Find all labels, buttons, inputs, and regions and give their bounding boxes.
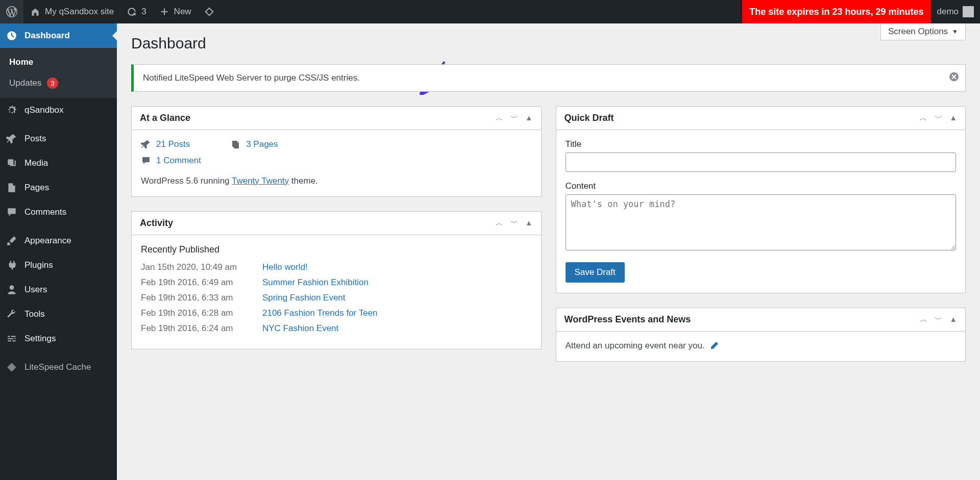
success-notice: Notified LiteSpeed Web Server to purge C… bbox=[131, 64, 966, 92]
diamond-icon bbox=[204, 6, 215, 17]
menu-media[interactable]: Media bbox=[0, 151, 117, 175]
dismiss-notice-button[interactable] bbox=[949, 72, 959, 85]
user-menu[interactable]: demo bbox=[930, 0, 980, 23]
media-icon bbox=[6, 158, 17, 169]
move-up-icon[interactable]: ︿ bbox=[496, 218, 503, 228]
pin-icon bbox=[6, 133, 17, 144]
draft-content-textarea[interactable] bbox=[566, 194, 957, 250]
wrench-icon bbox=[6, 309, 17, 320]
widget-title: At a Glance bbox=[140, 113, 190, 123]
move-down-icon[interactable]: ﹀ bbox=[935, 113, 942, 123]
page-icon bbox=[6, 182, 17, 193]
activity-row: Jan 15th 2020, 10:49 am Hello world! bbox=[141, 262, 532, 272]
submenu-updates[interactable]: Updates 3 bbox=[0, 72, 117, 94]
menu-qsandbox[interactable]: qSandbox bbox=[0, 98, 117, 122]
sliders-icon bbox=[6, 333, 17, 344]
pin-icon bbox=[141, 139, 151, 149]
post-link[interactable]: Hello world! bbox=[262, 262, 308, 272]
post-link[interactable]: Spring Fashion Event bbox=[262, 293, 346, 303]
theme-link[interactable]: Twenty Twenty bbox=[232, 176, 289, 186]
comment-icon bbox=[6, 207, 17, 218]
site-link[interactable]: My qSandbox site bbox=[23, 0, 120, 23]
events-attend-line: Attend an upcoming event near you. bbox=[566, 341, 957, 351]
plug-icon bbox=[6, 260, 17, 271]
post-link[interactable]: Summer Fashion Exhibition bbox=[262, 277, 369, 288]
post-link[interactable]: NYC Fashion Event bbox=[262, 323, 338, 334]
site-name: My qSandbox site bbox=[45, 7, 114, 17]
move-up-icon[interactable]: ︿ bbox=[496, 113, 503, 123]
litespeed-menu[interactable] bbox=[198, 0, 221, 23]
menu-appearance[interactable]: Appearance bbox=[0, 229, 117, 253]
move-down-icon[interactable]: ﹀ bbox=[510, 113, 518, 123]
move-up-icon[interactable]: ︿ bbox=[920, 315, 927, 324]
new-label: New bbox=[174, 7, 191, 17]
activity-row: Feb 19th 2016, 6:33 am Spring Fashion Ev… bbox=[141, 293, 532, 303]
menu-posts[interactable]: Posts bbox=[0, 127, 117, 151]
user-name: demo bbox=[937, 7, 959, 17]
widget-activity: Activity ︿ ﹀ ▲ Recently Published Jan 15… bbox=[131, 211, 542, 349]
move-down-icon[interactable]: ﹀ bbox=[510, 218, 518, 228]
pages-icon bbox=[231, 139, 241, 149]
toggle-widget-icon[interactable]: ▲ bbox=[949, 315, 957, 324]
gear-icon bbox=[6, 105, 17, 116]
home-icon bbox=[30, 6, 41, 17]
close-icon bbox=[949, 72, 959, 82]
widget-at-a-glance: At a Glance ︿ ﹀ ▲ 21 Posts bbox=[131, 106, 542, 197]
user-icon bbox=[6, 284, 17, 295]
diamond-icon bbox=[6, 362, 17, 373]
submenu-home[interactable]: Home bbox=[0, 52, 117, 72]
page-title: Dashboard bbox=[131, 23, 966, 60]
toggle-widget-icon[interactable]: ▲ bbox=[949, 113, 957, 123]
pencil-icon[interactable] bbox=[709, 341, 719, 351]
plus-icon bbox=[159, 6, 170, 17]
posts-count-link[interactable]: 21 Posts bbox=[156, 139, 190, 149]
menu-users[interactable]: Users bbox=[0, 277, 117, 302]
widget-title: Activity bbox=[140, 218, 173, 229]
main-content: Screen Options ▼ Dashboard Notified Lite… bbox=[117, 23, 980, 382]
menu-comments[interactable]: Comments bbox=[0, 200, 117, 224]
updates-badge: 3 bbox=[47, 78, 58, 89]
notice-text: Notified LiteSpeed Web Server to purge C… bbox=[143, 73, 360, 83]
draft-title-input[interactable] bbox=[566, 153, 957, 172]
post-link[interactable]: 2106 Fashion Trends for Teen bbox=[262, 308, 378, 318]
widget-title: Quick Draft bbox=[565, 113, 614, 123]
widget-title: WordPress Events and News bbox=[565, 314, 691, 325]
toggle-widget-icon[interactable]: ▲ bbox=[525, 218, 533, 228]
activity-row: Feb 19th 2016, 6:28 am 2106 Fashion Tren… bbox=[141, 308, 532, 318]
menu-pages[interactable]: Pages bbox=[0, 175, 117, 200]
new-content-link[interactable]: New bbox=[153, 0, 198, 23]
wordpress-icon bbox=[6, 6, 17, 17]
menu-tools[interactable]: Tools bbox=[0, 302, 117, 326]
menu-litespeed[interactable]: LiteSpeed Cache bbox=[0, 355, 117, 380]
updates-count: 3 bbox=[141, 7, 146, 17]
refresh-icon bbox=[126, 6, 137, 17]
admin-bar: My qSandbox site 3 New The site expires … bbox=[0, 0, 980, 23]
move-up-icon[interactable]: ︿ bbox=[920, 113, 927, 123]
menu-plugins[interactable]: Plugins bbox=[0, 253, 117, 277]
screen-options-toggle[interactable]: Screen Options ▼ bbox=[880, 23, 966, 40]
toggle-widget-icon[interactable]: ▲ bbox=[525, 113, 533, 123]
brush-icon bbox=[6, 235, 17, 246]
pages-count-link[interactable]: 3 Pages bbox=[246, 139, 278, 149]
activity-row: Feb 19th 2016, 6:49 am Summer Fashion Ex… bbox=[141, 277, 532, 288]
dashboard-icon bbox=[6, 30, 17, 41]
activity-row: Feb 19th 2016, 6:24 am NYC Fashion Event bbox=[141, 323, 532, 334]
chevron-down-icon: ▼ bbox=[952, 28, 958, 35]
menu-settings[interactable]: Settings bbox=[0, 326, 117, 351]
recently-published-heading: Recently Published bbox=[141, 244, 532, 255]
widget-quick-draft: Quick Draft ︿ ﹀ ▲ Title Content bbox=[556, 106, 966, 293]
content-label: Content bbox=[566, 181, 957, 191]
wp-logo[interactable] bbox=[0, 0, 23, 23]
wp-version-line: WordPress 5.6 running Twenty Twenty them… bbox=[141, 176, 532, 186]
updates-link[interactable]: 3 bbox=[120, 0, 152, 23]
dashboard-submenu: Home Updates 3 bbox=[0, 48, 117, 98]
admin-sidebar: Dashboard Home Updates 3 qSandbox Posts … bbox=[0, 23, 117, 382]
save-draft-button[interactable]: Save Draft bbox=[566, 262, 625, 283]
widget-events-news: WordPress Events and News ︿ ﹀ ▲ Attend a… bbox=[556, 308, 966, 362]
comment-icon bbox=[141, 156, 151, 166]
menu-dashboard[interactable]: Dashboard bbox=[0, 23, 117, 48]
expire-notice: The site expires in 23 hours, 29 minutes bbox=[742, 0, 930, 23]
title-label: Title bbox=[566, 139, 957, 149]
move-down-icon[interactable]: ﹀ bbox=[935, 315, 942, 324]
comments-count-link[interactable]: 1 Comment bbox=[156, 156, 201, 166]
